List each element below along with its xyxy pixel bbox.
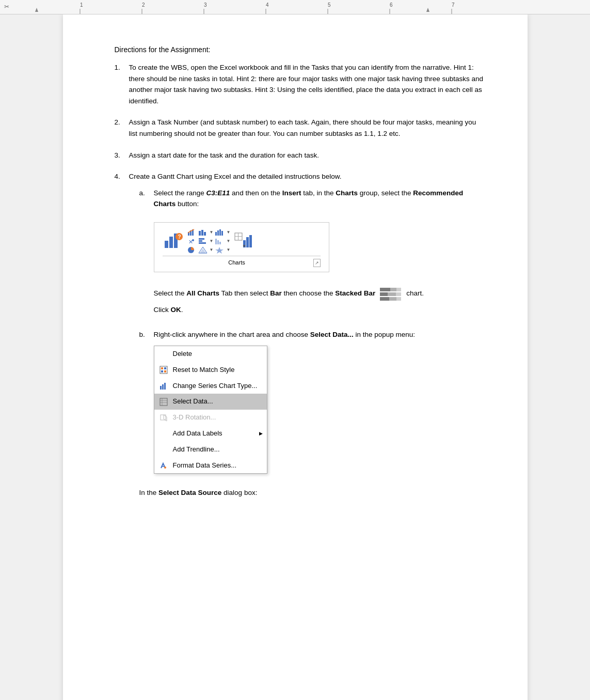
stacked-bar-icon [379, 287, 402, 301]
context-menu-delete: Delete [154, 346, 267, 362]
list-item-2-content: Assign a Task Number (and subtask number… [129, 117, 486, 139]
surf-dropdown-icon: ▼ [210, 247, 214, 254]
change-type-label: Change Series Chart Type... [173, 381, 258, 392]
svg-text:3: 3 [204, 2, 207, 8]
format-series-label: Format Data Series... [173, 460, 237, 471]
list-item-3-text: Assign a start date for the task and the… [129, 151, 319, 159]
reset-icon [158, 366, 169, 374]
sparkline-icon [215, 246, 224, 254]
svg-rect-39 [219, 242, 221, 244]
svg-rect-17 [165, 241, 168, 248]
svg-rect-57 [396, 292, 401, 296]
svg-text:6: 6 [390, 2, 393, 8]
svg-rect-35 [199, 240, 202, 242]
add-labels-label: Add Data Labels [173, 428, 222, 439]
list-item-2-text: Assign a Task Number (and subtask number… [129, 118, 476, 137]
context-menu-select-data: Select Data... [154, 394, 267, 410]
change-type-icon [158, 382, 169, 390]
svg-text:5: 5 [328, 2, 331, 8]
list-item-3-content: Assign a start date for the task and the… [129, 150, 486, 161]
svg-rect-69 [160, 398, 167, 406]
directions-title: Directions for the Assignment: [115, 45, 486, 54]
surface-icon [198, 246, 208, 254]
list-item-4-content: Create a Gantt Chart using Excel and the… [129, 171, 486, 499]
svg-text:2: 2 [142, 2, 145, 8]
svg-text:✂: ✂ [4, 3, 9, 10]
3d-rotation-icon [158, 414, 169, 422]
svg-rect-62 [161, 367, 163, 369]
svg-rect-25 [199, 231, 201, 236]
svg-text:1: 1 [80, 2, 83, 8]
list-item-2: Assign a Task Number (and subtask number… [115, 117, 486, 139]
svg-rect-18 [169, 237, 173, 248]
select-data-label: Select Data... [173, 396, 213, 407]
context-menu-change-type: Change Series Chart Type... [154, 378, 267, 394]
reset-label: Reset to Match Style [173, 365, 235, 376]
scatter-icon: ✕ [187, 238, 197, 245]
context-menu-reset: Reset to Match Style [154, 362, 267, 378]
star-dropdown-icon: ▼ [226, 247, 230, 254]
svg-text:7: 7 [452, 2, 455, 8]
svg-rect-28 [215, 232, 217, 236]
svg-rect-68 [164, 383, 166, 390]
svg-text:4: 4 [266, 2, 269, 8]
svg-rect-53 [390, 288, 396, 291]
list-item-3: Assign a start date for the task and the… [115, 150, 486, 161]
chart-icon-group: ▼ [187, 229, 231, 254]
ruler: ✂ 1 2 3 4 5 6 7 [0, 0, 590, 14]
list-item-1: To create the WBS, open the Excel workbo… [115, 62, 486, 106]
pie-icon [187, 246, 197, 254]
main-list: To create the WBS, open the Excel workbo… [115, 62, 486, 499]
svg-point-33 [192, 239, 194, 241]
svg-marker-43 [215, 247, 224, 254]
svg-rect-36 [199, 242, 206, 244]
svg-marker-8 [426, 8, 429, 12]
svg-rect-47 [238, 233, 238, 240]
list-item-1-text: To create the WBS, open the Excel workbo… [129, 64, 484, 105]
histo-dropdown-icon: ▼ [226, 238, 230, 245]
svg-rect-56 [388, 292, 396, 296]
sub-item-a-content: Select the range C3:E11 and then on the … [154, 188, 486, 321]
svg-rect-38 [217, 240, 219, 244]
svg-rect-29 [217, 230, 219, 236]
svg-rect-37 [215, 239, 217, 244]
format-series-icon [158, 461, 169, 470]
ribbon-charts-label: Charts [163, 258, 311, 268]
list-item-1-content: To create the WBS, open the Excel workbo… [129, 62, 486, 106]
svg-rect-59 [389, 297, 396, 301]
select-data-icon [158, 398, 169, 406]
sub-item-a-text: Select the range C3:E11 and then on the … [154, 189, 464, 208]
3d-rotation-label: 3-D Rotation... [173, 412, 216, 423]
sub-item-b-text: Right-click anywhere in the chart area a… [154, 329, 486, 340]
add-trendline-label: Add Trendline... [173, 444, 220, 455]
svg-rect-65 [164, 370, 166, 372]
line-dropdown-icon: ▼ [226, 229, 230, 236]
svg-rect-67 [162, 384, 164, 390]
stacked-bar-instruction: Select the All Charts Tab then select Ba… [154, 287, 486, 301]
svg-marker-42 [200, 248, 206, 253]
footer-text: In the Select Data Source dialog box: [139, 487, 486, 499]
svg-point-75 [164, 466, 166, 469]
recommended-charts-icon: ? [163, 231, 184, 252]
svg-text:?: ? [178, 234, 181, 240]
list-item-4: Create a Gantt Chart using Excel and the… [115, 171, 486, 499]
svg-rect-31 [221, 231, 223, 236]
click-ok: Click OK. [154, 304, 486, 316]
bar-dropdown-icon: ▼ [210, 238, 214, 245]
svg-marker-1 [35, 8, 38, 12]
svg-rect-27 [204, 232, 206, 236]
svg-rect-50 [249, 235, 252, 247]
svg-rect-26 [201, 230, 203, 236]
charts-ribbon: ? [154, 222, 329, 272]
sub-item-b-content: Right-click anywhere in the chart area a… [154, 329, 486, 479]
context-menu-format-series: Format Data Series... [154, 458, 267, 474]
svg-rect-55 [380, 292, 388, 296]
delete-label: Delete [173, 349, 193, 360]
context-menu-add-trendline: Add Trendline... [154, 442, 267, 458]
svg-rect-30 [219, 229, 221, 236]
context-menu: Delete [154, 346, 267, 474]
pivotchart-icon: ▼ [233, 231, 253, 251]
context-menu-3d-rotation: 3-D Rotation... [154, 410, 267, 426]
line-chart-icon [215, 229, 224, 236]
svg-rect-54 [396, 288, 401, 291]
